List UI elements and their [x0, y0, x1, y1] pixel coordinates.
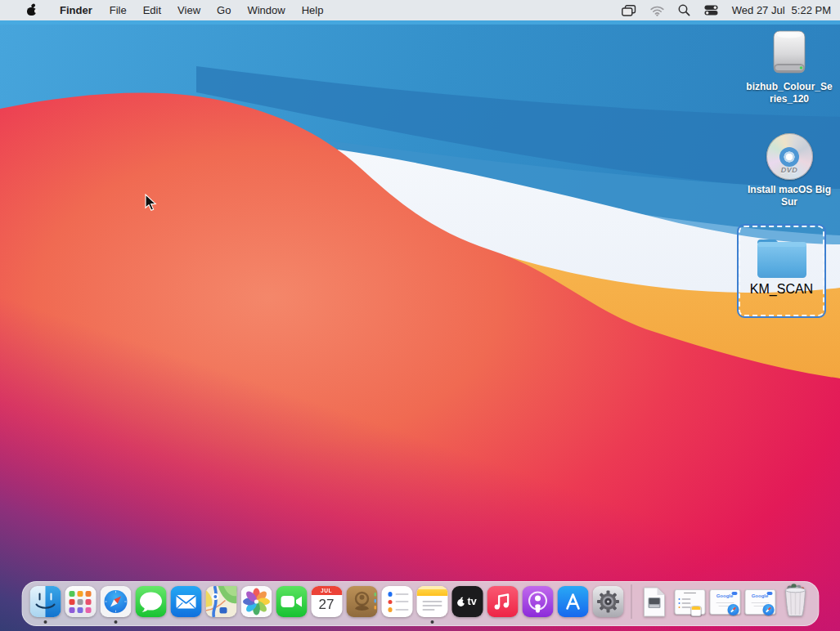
spotlight-search-icon[interactable] — [678, 4, 690, 16]
menu-edit[interactable]: Edit — [135, 0, 169, 20]
apple-glyph — [457, 597, 466, 607]
control-center-icon[interactable] — [704, 5, 718, 16]
desktop-icon-label: Install macOS Big Sur — [748, 184, 831, 208]
dock-app-store-icon[interactable] — [557, 586, 588, 617]
desktop-icon-label: bizhub_Colour_Se ries_120 — [746, 81, 832, 105]
calendar-day: 27 — [311, 597, 342, 613]
menu-view[interactable]: View — [169, 0, 209, 20]
safari-badge-icon — [762, 604, 774, 615]
dock-mail-icon[interactable] — [170, 586, 201, 617]
desktop-icon-install-macos[interactable]: DVD Install macOS Big Sur — [739, 133, 839, 208]
dock-trash-icon[interactable] — [779, 586, 811, 617]
apple-menu[interactable] — [17, 0, 51, 20]
desktop-icon-label: KM_SCAN — [750, 282, 813, 297]
dock-maps-icon[interactable] — [205, 586, 236, 617]
dock-notes-icon[interactable] — [416, 586, 447, 617]
overlapping-windows-icon[interactable] — [622, 5, 636, 16]
notes-badge-icon — [690, 606, 701, 616]
menu-bar: Finder File Edit View Go Window Help — [0, 0, 840, 20]
dock-safari-icon[interactable] — [100, 586, 131, 617]
clock-time: 5:22 PM — [792, 4, 831, 16]
dock-finder-icon[interactable] — [29, 586, 61, 617]
dock-launchpad-icon[interactable] — [65, 586, 96, 617]
wallpaper-big-sur — [0, 20, 840, 631]
dock-messages-icon[interactable] — [135, 586, 166, 617]
menubar-clock[interactable]: Wed 27 Jul 5:22 PM — [732, 4, 831, 16]
menu-file[interactable]: File — [101, 0, 135, 20]
apple-logo-icon — [25, 4, 38, 16]
dock-minimized-safari-window-1[interactable]: Google — [709, 586, 740, 617]
dvd-text: DVD — [781, 166, 798, 174]
dock-music-icon[interactable] — [487, 586, 518, 617]
menu-go[interactable]: Go — [209, 0, 239, 20]
tv-label: tv — [467, 596, 477, 607]
dock-system-preferences-icon[interactable] — [592, 586, 623, 617]
desktop-icon-km-scan-selected[interactable]: KM_SCAN — [739, 226, 824, 316]
dvd-disc-icon: DVD — [766, 133, 813, 180]
dock-contacts-icon[interactable] — [346, 586, 377, 617]
menu-window[interactable]: Window — [239, 0, 293, 20]
menu-help[interactable]: Help — [294, 0, 332, 20]
wifi-icon[interactable] — [650, 5, 664, 16]
external-drive-icon — [770, 29, 809, 77]
dock-photos-icon[interactable] — [240, 586, 272, 617]
folder-icon — [751, 235, 813, 282]
dock-minimized-safari-window-2[interactable]: Google — [744, 586, 775, 617]
calendar-month: JUL — [311, 588, 342, 593]
desktop-icon-bizhub-drive[interactable]: bizhub_Colour_Se ries_120 — [739, 29, 839, 105]
dock-podcasts-icon[interactable] — [522, 586, 553, 617]
dock-calendar-icon[interactable]: JUL 27 — [311, 586, 342, 617]
dock-tv-icon[interactable]: tv — [451, 586, 483, 617]
mouse-cursor-arrow — [145, 194, 157, 212]
menu-finder[interactable]: Finder — [51, 0, 101, 20]
dock-reminders-icon[interactable] — [381, 586, 412, 617]
dock-facetime-icon[interactable] — [276, 586, 307, 617]
dock-document-icon[interactable] — [639, 586, 670, 617]
safari-badge-icon — [727, 604, 739, 615]
dock-minimized-notes-window[interactable] — [674, 586, 705, 617]
dock-divider — [631, 584, 631, 619]
clock-date: Wed 27 Jul — [732, 4, 785, 16]
dock: JUL 27 — [21, 581, 819, 626]
